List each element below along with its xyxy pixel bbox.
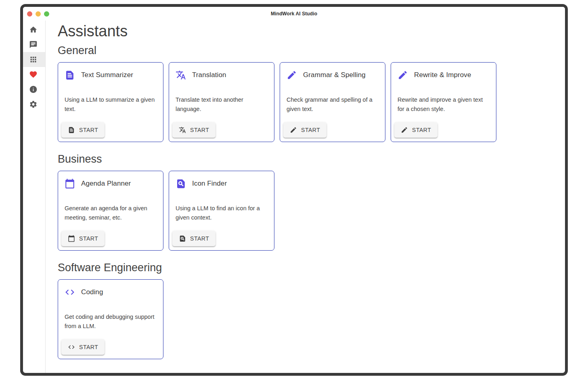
card-row: CodingGet coding and debugging support f…: [58, 279, 559, 359]
start-button[interactable]: START: [61, 231, 105, 246]
card-actions: START: [169, 122, 274, 142]
start-button-label: START: [412, 127, 431, 133]
start-button-label: START: [301, 127, 320, 133]
assistant-card: CodingGet coding and debugging support f…: [58, 279, 163, 359]
card-header: Icon Finder: [169, 171, 274, 189]
sidebar-item-favorites[interactable]: [23, 67, 45, 82]
close-button[interactable]: [27, 11, 32, 17]
window-body: Assistants GeneralText SummarizerUsing a…: [23, 21, 565, 373]
assistant-card: Rewrite & ImproveRewrite and improve a g…: [391, 62, 496, 142]
card-description: Using a LLM to find an icon for a given …: [169, 204, 274, 222]
card-title: Icon Finder: [192, 180, 227, 188]
assistant-card: Text SummarizerUsing a LLM to summarize …: [58, 62, 163, 142]
window-title: MindWork AI Studio: [23, 11, 565, 17]
card-actions: START: [280, 122, 385, 142]
app-window: MindWork AI Studio Assistants GeneralTex…: [20, 4, 568, 376]
main-content: Assistants GeneralText SummarizerUsing a…: [46, 21, 565, 373]
document-icon: [68, 126, 75, 134]
sidebar: [23, 21, 46, 373]
card-row: Agenda PlannerGenerate an agenda for a g…: [58, 171, 559, 251]
heart-icon: [29, 70, 38, 79]
zoom-button[interactable]: [44, 11, 49, 17]
icon-search-icon: [176, 178, 186, 189]
apps-grid-icon: [29, 55, 38, 64]
card-header: Text Summarizer: [58, 63, 163, 80]
card-description: Generate an agenda for a given meeting, …: [58, 204, 163, 222]
card-actions: START: [391, 122, 496, 142]
document-icon: [65, 70, 75, 80]
card-actions: START: [58, 231, 163, 250]
pencil-icon: [290, 126, 297, 134]
assistant-card: TranslationTranslate text into another l…: [169, 62, 274, 142]
card-row: Text SummarizerUsing a LLM to summarize …: [58, 62, 559, 142]
chat-icon: [29, 40, 38, 49]
card-description: Check grammar and spelling of a given te…: [280, 95, 385, 113]
icon-search-icon: [179, 235, 186, 242]
page-title: Assistants: [58, 22, 559, 40]
gear-icon: [29, 100, 38, 109]
minimize-button[interactable]: [36, 11, 41, 17]
card-actions: START: [58, 122, 163, 142]
sidebar-item-chats[interactable]: [23, 37, 45, 52]
card-description: Using a LLM to summarize a given text.: [58, 95, 163, 113]
start-button-label: START: [79, 127, 98, 133]
sidebar-item-about[interactable]: [23, 82, 45, 97]
start-button-label: START: [190, 127, 209, 133]
start-button[interactable]: START: [172, 122, 216, 138]
card-header: Agenda Planner: [58, 171, 163, 189]
card-header: Coding: [58, 280, 163, 297]
card-title: Rewrite & Improve: [414, 71, 471, 79]
calendar-icon: [68, 235, 75, 242]
start-button-label: START: [79, 235, 98, 242]
pencil-icon: [401, 126, 408, 134]
pencil-icon: [398, 70, 408, 80]
sidebar-item-assistants[interactable]: [23, 52, 45, 67]
translate-icon: [176, 70, 186, 80]
assistant-card: Grammar & SpellingCheck grammar and spel…: [280, 62, 385, 142]
card-description: Rewrite and improve a given text for a c…: [391, 95, 496, 113]
card-actions: START: [169, 231, 274, 250]
calendar-icon: [65, 178, 75, 189]
card-header: Translation: [169, 63, 274, 80]
start-button[interactable]: START: [394, 122, 437, 138]
card-title: Agenda Planner: [81, 180, 131, 188]
start-button-label: START: [79, 344, 98, 350]
code-icon: [68, 343, 75, 351]
card-title: Grammar & Spelling: [303, 71, 366, 79]
card-title: Coding: [81, 288, 103, 296]
card-actions: START: [58, 339, 163, 359]
card-title: Text Summarizer: [81, 71, 133, 79]
assistant-card: Agenda PlannerGenerate an agenda for a g…: [58, 171, 163, 251]
start-button[interactable]: START: [61, 339, 105, 355]
sidebar-item-settings[interactable]: [23, 97, 45, 112]
start-button-label: START: [190, 235, 209, 242]
assistant-card: Icon FinderUsing a LLM to find an icon f…: [169, 171, 274, 251]
section-title: Business: [58, 153, 559, 165]
start-button[interactable]: START: [283, 122, 326, 138]
translate-icon: [179, 126, 186, 134]
start-button[interactable]: START: [61, 122, 105, 138]
section-title: General: [58, 44, 559, 57]
sidebar-item-home[interactable]: [23, 22, 45, 37]
card-description: Get coding and debugging support from a …: [58, 312, 163, 331]
home-icon: [29, 25, 38, 34]
card-header: Rewrite & Improve: [391, 63, 496, 80]
card-header: Grammar & Spelling: [280, 63, 385, 80]
info-icon: [29, 85, 38, 94]
card-description: Translate text into another language.: [169, 95, 274, 113]
traffic-lights: [27, 7, 49, 21]
code-icon: [65, 287, 75, 297]
section-title: Software Engineering: [58, 261, 559, 274]
card-title: Translation: [192, 71, 226, 79]
assistant-sections: GeneralText SummarizerUsing a LLM to sum…: [58, 44, 559, 359]
start-button[interactable]: START: [172, 231, 216, 246]
titlebar: MindWork AI Studio: [23, 7, 565, 21]
pencil-icon: [287, 70, 297, 80]
